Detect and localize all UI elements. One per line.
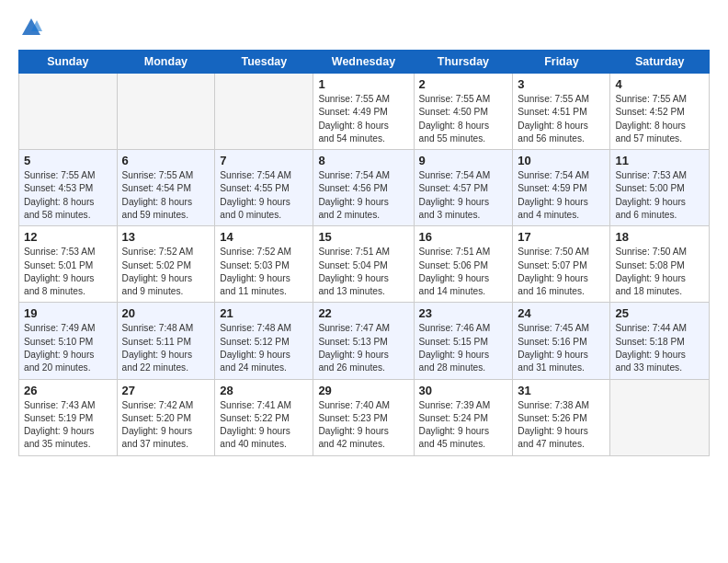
day-number: 31 [518, 384, 605, 397]
day-number: 28 [220, 384, 308, 397]
day-number: 19 [24, 306, 112, 320]
calendar-cell: 16Sunrise: 7:51 AM Sunset: 5:06 PM Dayli… [414, 226, 513, 303]
calendar-cell: 6Sunrise: 7:55 AM Sunset: 4:54 PM Daylig… [117, 150, 215, 226]
day-info: Sunrise: 7:54 AM Sunset: 4:57 PM Dayligh… [419, 169, 508, 222]
day-info: Sunrise: 7:39 AM Sunset: 5:24 PM Dayligh… [419, 399, 508, 452]
day-info: Sunrise: 7:53 AM Sunset: 5:01 PM Dayligh… [24, 246, 112, 298]
weekday-header-monday: Monday [117, 51, 215, 74]
day-number: 18 [615, 230, 704, 244]
calendar-cell: 17Sunrise: 7:50 AM Sunset: 5:07 PM Dayli… [513, 226, 610, 303]
calendar-cell [117, 74, 215, 150]
day-number: 22 [318, 306, 408, 320]
day-info: Sunrise: 7:40 AM Sunset: 5:23 PM Dayligh… [318, 399, 408, 452]
day-info: Sunrise: 7:55 AM Sunset: 4:53 PM Dayligh… [24, 169, 112, 222]
day-info: Sunrise: 7:47 AM Sunset: 5:13 PM Dayligh… [318, 322, 408, 374]
day-number: 27 [122, 384, 210, 397]
calendar-cell [610, 379, 710, 455]
day-number: 4 [615, 77, 704, 91]
calendar-cell: 27Sunrise: 7:42 AM Sunset: 5:20 PM Dayli… [117, 379, 215, 455]
day-number: 14 [220, 230, 308, 244]
day-info: Sunrise: 7:53 AM Sunset: 5:00 PM Dayligh… [615, 169, 704, 222]
day-info: Sunrise: 7:50 AM Sunset: 5:07 PM Dayligh… [518, 246, 605, 298]
calendar-cell: 23Sunrise: 7:46 AM Sunset: 5:15 PM Dayli… [414, 303, 513, 379]
calendar-cell: 28Sunrise: 7:41 AM Sunset: 5:22 PM Dayli… [215, 379, 313, 455]
weekday-header-sunday: Sunday [19, 51, 118, 74]
day-info: Sunrise: 7:48 AM Sunset: 5:12 PM Dayligh… [220, 322, 308, 374]
day-info: Sunrise: 7:51 AM Sunset: 5:04 PM Dayligh… [318, 246, 408, 298]
day-number: 1 [318, 77, 408, 91]
calendar-cell [215, 74, 313, 150]
day-number: 29 [318, 384, 408, 397]
weekday-header-thursday: Thursday [414, 51, 513, 74]
weekday-header-friday: Friday [513, 51, 610, 74]
week-row-0: 1Sunrise: 7:55 AM Sunset: 4:49 PM Daylig… [19, 74, 710, 150]
weekday-header-row: SundayMondayTuesdayWednesdayThursdayFrid… [19, 51, 710, 74]
day-info: Sunrise: 7:54 AM Sunset: 4:56 PM Dayligh… [318, 169, 408, 222]
day-info: Sunrise: 7:54 AM Sunset: 4:59 PM Dayligh… [518, 169, 605, 222]
day-number: 15 [318, 230, 408, 244]
logo-icon [18, 15, 44, 40]
day-number: 17 [518, 230, 605, 244]
week-row-3: 19Sunrise: 7:49 AM Sunset: 5:10 PM Dayli… [19, 303, 710, 379]
calendar-cell: 3Sunrise: 7:55 AM Sunset: 4:51 PM Daylig… [513, 74, 610, 150]
day-info: Sunrise: 7:38 AM Sunset: 5:26 PM Dayligh… [518, 399, 605, 452]
day-info: Sunrise: 7:42 AM Sunset: 5:20 PM Dayligh… [122, 399, 210, 452]
weekday-header-tuesday: Tuesday [215, 51, 313, 74]
calendar-cell: 25Sunrise: 7:44 AM Sunset: 5:18 PM Dayli… [610, 303, 710, 379]
day-info: Sunrise: 7:55 AM Sunset: 4:49 PM Dayligh… [318, 93, 408, 145]
day-number: 2 [419, 77, 508, 91]
calendar-cell: 4Sunrise: 7:55 AM Sunset: 4:52 PM Daylig… [610, 74, 710, 150]
day-info: Sunrise: 7:44 AM Sunset: 5:18 PM Dayligh… [615, 322, 704, 374]
day-number: 5 [24, 154, 112, 167]
day-number: 26 [24, 384, 112, 397]
header [18, 15, 710, 40]
day-number: 20 [122, 306, 210, 320]
day-info: Sunrise: 7:49 AM Sunset: 5:10 PM Dayligh… [24, 322, 112, 374]
day-info: Sunrise: 7:55 AM Sunset: 4:52 PM Dayligh… [615, 93, 704, 145]
day-number: 23 [419, 306, 508, 320]
calendar-cell: 15Sunrise: 7:51 AM Sunset: 5:04 PM Dayli… [313, 226, 414, 303]
calendar-cell: 8Sunrise: 7:54 AM Sunset: 4:56 PM Daylig… [313, 150, 414, 226]
day-info: Sunrise: 7:43 AM Sunset: 5:19 PM Dayligh… [24, 399, 112, 452]
logo [18, 15, 48, 40]
day-number: 30 [419, 384, 508, 397]
day-info: Sunrise: 7:54 AM Sunset: 4:55 PM Dayligh… [220, 169, 308, 222]
calendar-cell: 5Sunrise: 7:55 AM Sunset: 4:53 PM Daylig… [19, 150, 118, 226]
day-info: Sunrise: 7:55 AM Sunset: 4:50 PM Dayligh… [419, 93, 508, 145]
calendar-cell: 31Sunrise: 7:38 AM Sunset: 5:26 PM Dayli… [513, 379, 610, 455]
day-info: Sunrise: 7:51 AM Sunset: 5:06 PM Dayligh… [419, 246, 508, 298]
day-number: 12 [24, 230, 112, 244]
day-info: Sunrise: 7:46 AM Sunset: 5:15 PM Dayligh… [419, 322, 508, 374]
calendar-cell: 14Sunrise: 7:52 AM Sunset: 5:03 PM Dayli… [215, 226, 313, 303]
day-number: 10 [518, 154, 605, 167]
day-number: 9 [419, 154, 508, 167]
calendar-cell: 10Sunrise: 7:54 AM Sunset: 4:59 PM Dayli… [513, 150, 610, 226]
week-row-4: 26Sunrise: 7:43 AM Sunset: 5:19 PM Dayli… [19, 379, 710, 455]
day-number: 11 [615, 154, 704, 167]
week-row-1: 5Sunrise: 7:55 AM Sunset: 4:53 PM Daylig… [19, 150, 710, 226]
weekday-header-saturday: Saturday [610, 51, 710, 74]
calendar-cell: 21Sunrise: 7:48 AM Sunset: 5:12 PM Dayli… [215, 303, 313, 379]
day-info: Sunrise: 7:41 AM Sunset: 5:22 PM Dayligh… [220, 399, 308, 452]
calendar-cell: 12Sunrise: 7:53 AM Sunset: 5:01 PM Dayli… [19, 226, 118, 303]
calendar-cell: 18Sunrise: 7:50 AM Sunset: 5:08 PM Dayli… [610, 226, 710, 303]
calendar-cell [19, 74, 118, 150]
day-number: 7 [220, 154, 308, 167]
day-number: 24 [518, 306, 605, 320]
day-info: Sunrise: 7:55 AM Sunset: 4:51 PM Dayligh… [518, 93, 605, 145]
calendar-cell: 26Sunrise: 7:43 AM Sunset: 5:19 PM Dayli… [19, 379, 118, 455]
day-number: 3 [518, 77, 605, 91]
calendar-cell: 29Sunrise: 7:40 AM Sunset: 5:23 PM Dayli… [313, 379, 414, 455]
week-row-2: 12Sunrise: 7:53 AM Sunset: 5:01 PM Dayli… [19, 226, 710, 303]
day-info: Sunrise: 7:52 AM Sunset: 5:02 PM Dayligh… [122, 246, 210, 298]
calendar-cell: 22Sunrise: 7:47 AM Sunset: 5:13 PM Dayli… [313, 303, 414, 379]
day-info: Sunrise: 7:55 AM Sunset: 4:54 PM Dayligh… [122, 169, 210, 222]
page: SundayMondayTuesdayWednesdayThursdayFrid… [0, 0, 728, 563]
day-info: Sunrise: 7:52 AM Sunset: 5:03 PM Dayligh… [220, 246, 308, 298]
calendar-cell: 13Sunrise: 7:52 AM Sunset: 5:02 PM Dayli… [117, 226, 215, 303]
day-number: 6 [122, 154, 210, 167]
calendar-cell: 1Sunrise: 7:55 AM Sunset: 4:49 PM Daylig… [313, 74, 414, 150]
day-number: 25 [615, 306, 704, 320]
day-number: 21 [220, 306, 308, 320]
day-info: Sunrise: 7:50 AM Sunset: 5:08 PM Dayligh… [615, 246, 704, 298]
